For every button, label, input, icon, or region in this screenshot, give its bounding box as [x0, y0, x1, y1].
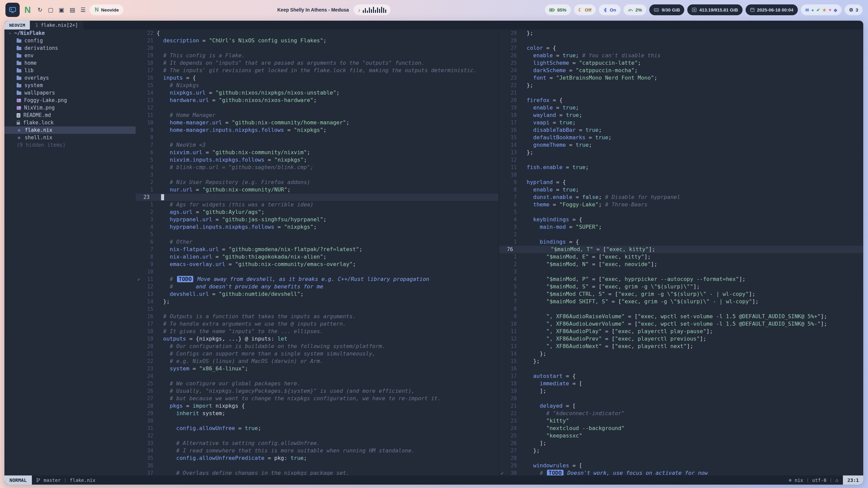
code-line[interactable]: 31 config.allowUnfree = true; [136, 425, 498, 432]
code-line[interactable]: 33 # Alternative to setting config.allow… [136, 440, 498, 447]
code-line[interactable]: 3 [136, 171, 498, 179]
code-line[interactable]: 15 }; [499, 358, 863, 365]
code-line[interactable]: 19 outputs = {nixpkgs, ...} @ inputs: le… [136, 335, 498, 343]
code-line[interactable]: 2 [499, 231, 863, 238]
code-line[interactable]: 28 [499, 454, 863, 462]
code-line[interactable]: 14 nixpkgs.url = "github:nixos/nixpkgs/n… [136, 89, 498, 97]
clock-widget[interactable]: 2025-06-18 00:04 [746, 4, 798, 15]
mail-icon[interactable]: ✉ [805, 8, 809, 12]
code-line[interactable]: 4 "$mainMod, P" = ["exec, hyprpicker --a… [499, 276, 863, 283]
sidebar-item-lib[interactable]: lib [4, 67, 136, 74]
code-line[interactable]: 19 # This config is a Flake. [136, 52, 498, 59]
code-line[interactable]: 25 "keepassxc" [499, 432, 863, 440]
code-line[interactable]: 16 inputs = { [136, 74, 498, 82]
active-app-button[interactable]: N Neovide [90, 4, 123, 15]
star-icon[interactable]: ★ [823, 8, 827, 12]
code-line[interactable]: 17 # To handle extra arguments we use th… [136, 320, 498, 328]
code-line[interactable]: 27 color = { [499, 44, 863, 52]
code-line[interactable]: 24 [136, 372, 498, 380]
code-line[interactable]: 18 wayland = true; [499, 111, 863, 119]
disk-widget[interactable]: 413.19/915.81 GiB [687, 4, 742, 15]
code-line[interactable]: 12 ", XF86AudioPrev" = ["exec, playerctl… [499, 335, 863, 343]
code-line[interactable]: 12 [136, 104, 498, 111]
battery-widget[interactable]: 85% [545, 4, 571, 15]
code-line[interactable]: 27 # but because we want to change the n… [136, 395, 498, 402]
code-line[interactable]: 26 enable = true; # You can't disable th… [499, 52, 863, 59]
code-line[interactable]: 5 "$mainMod, S" = ["exec, grim -g \"$(sl… [499, 283, 863, 290]
sidebar-item-derivations[interactable]: derivations [4, 44, 136, 52]
code-line[interactable]: 1 "$mainMod, E" = ["exec, kitty"]; [499, 253, 863, 261]
code-line[interactable]: 9 hyprland = { [499, 179, 863, 186]
code-line[interactable]: ✓11 # TODO Move away from devshell, as i… [136, 276, 498, 283]
code-line[interactable]: 37 # Overlays define changes in the nixp… [136, 469, 498, 475]
code-line[interactable]: 29 inherit system; [136, 410, 498, 417]
code-line[interactable]: 15 defaultBookmarks = true; [499, 134, 863, 141]
code-line[interactable]: 13 devshell.url = "github:numtide/devshe… [136, 290, 498, 298]
code-line[interactable]: 23 system = "x86_64-linux"; [136, 365, 498, 372]
code-line[interactable]: 8 [499, 305, 863, 313]
code-line[interactable]: 8 nix-alien.url = "github:thiagokokada/n… [136, 253, 498, 261]
neovim-logo-icon[interactable]: N [24, 5, 31, 15]
code-line[interactable]: 16 # Outputs is a function that takes th… [136, 313, 498, 320]
memory-widget[interactable]: 9/30 GiB [649, 4, 684, 15]
code-line[interactable]: 20 firefox = { [499, 97, 863, 104]
code-line[interactable]: 3 [499, 268, 863, 276]
code-line[interactable]: 12 # and doesn't provide any benefits fo… [136, 283, 498, 290]
code-line[interactable]: 22 # "kdeconnect-indicator" [499, 410, 863, 417]
code-line[interactable]: 13 hardware.url = "github:nixos/nixos-ha… [136, 97, 498, 104]
sidebar-item-flake.lock[interactable]: flake.lock [4, 119, 136, 126]
code-line[interactable]: 25 # We configure our global packages he… [136, 380, 498, 387]
media-widget[interactable]: Keep Shelly In Athens - Medusa ♪ [277, 4, 391, 15]
diamond-icon[interactable]: ◆ [834, 8, 837, 12]
code-line[interactable]: 8 [136, 134, 498, 141]
code-line[interactable]: 4 keybindings = { [499, 216, 863, 223]
code-line[interactable]: 5 nixvim.inputs.nixpkgs.follows = "nixpk… [136, 156, 498, 164]
code-line[interactable]: 7 dunst.enable = false; # Disable for hy… [499, 194, 863, 201]
visualizer-pill[interactable]: ♪ [354, 4, 391, 15]
code-line[interactable]: 6 "$mainMod CTRL, S" = ["exec, grim -g \… [499, 290, 863, 298]
tray-expander[interactable]: ⚙ 3 [845, 4, 863, 15]
code-line[interactable]: 15 # Nixpkgs [136, 82, 498, 89]
code-line[interactable]: 19 enable = true; [499, 104, 863, 111]
code-line[interactable]: 27 }; [499, 447, 863, 454]
sidebar-item-wallpapers[interactable]: wallpapers [4, 89, 136, 97]
code-line[interactable]: 1 bindings = { [499, 238, 863, 246]
code-line[interactable]: 14 }; [136, 298, 498, 305]
code-line[interactable]: 20 [499, 395, 863, 402]
code-line[interactable]: 29 }; [499, 29, 863, 37]
bluetooth-widget[interactable]: On [599, 4, 620, 15]
code-line[interactable]: 10 [136, 268, 498, 276]
sidebar-item-home[interactable]: home [4, 59, 136, 67]
code-line[interactable]: 9 ", XF86AudioRaiseVolume" = ["exec, wpc… [499, 313, 863, 320]
stack-icon[interactable]: ▣ [59, 6, 64, 14]
heart-icon[interactable]: ♥ [829, 8, 831, 12]
code-line[interactable]: 7 # NeoVim <3 [136, 141, 498, 149]
code-line[interactable]: 18 # It depends on "inputs" that are pas… [136, 59, 498, 67]
check-icon[interactable]: ✔ [816, 8, 820, 12]
code-line[interactable]: ✓30 # TODO Doesn't work, use focus_on_ac… [499, 469, 863, 475]
list-icon[interactable]: ☰ [80, 6, 85, 14]
code-line[interactable]: 13 ", XF86AudioNext" = ["exec, playerctl… [499, 343, 863, 350]
code-line[interactable]: 24 "nextcloud --background" [499, 425, 863, 432]
system-tray[interactable]: ✉●✔★♥◆ [801, 4, 842, 15]
sidebar-item-README.md[interactable]: README.md [4, 111, 136, 119]
code-line[interactable]: 10 home-manager.url = "github:nix-commun… [136, 119, 498, 126]
code-line[interactable]: 17 autostart = { [499, 372, 863, 380]
code-line[interactable]: 14 gnomeTheme = true; [499, 141, 863, 149]
code-line[interactable]: 12 [499, 156, 863, 164]
nightlight-widget[interactable]: ☾ Off [574, 4, 596, 15]
code-line[interactable]: 21 # Configs can support more than a sin… [136, 350, 498, 358]
sidebar-item-overlays[interactable]: overlays [4, 74, 136, 82]
code-line[interactable]: 3 main-mod = "SUPER"; [499, 223, 863, 231]
sidebar-item-Foggy-Lake.png[interactable]: Foggy-Lake.png [4, 97, 136, 104]
code-line[interactable]: 11 fish.enable = true; [499, 164, 863, 171]
code-line[interactable]: 20 [136, 44, 498, 52]
grid-icon[interactable]: ▤ [70, 6, 75, 14]
code-line[interactable]: 16 disableTabBar = true; [499, 126, 863, 134]
code-line[interactable]: 8 enable = true; [499, 186, 863, 194]
code-line[interactable]: 6 # Other [136, 238, 498, 246]
code-line[interactable]: 32 [136, 432, 498, 440]
sidebar-item-system[interactable]: system [4, 82, 136, 89]
cursor-line[interactable]: 76 "$mainMod, T" = ["exec, kitty"]; [499, 246, 863, 253]
code-line[interactable]: 11 # Home Manager [136, 111, 498, 119]
